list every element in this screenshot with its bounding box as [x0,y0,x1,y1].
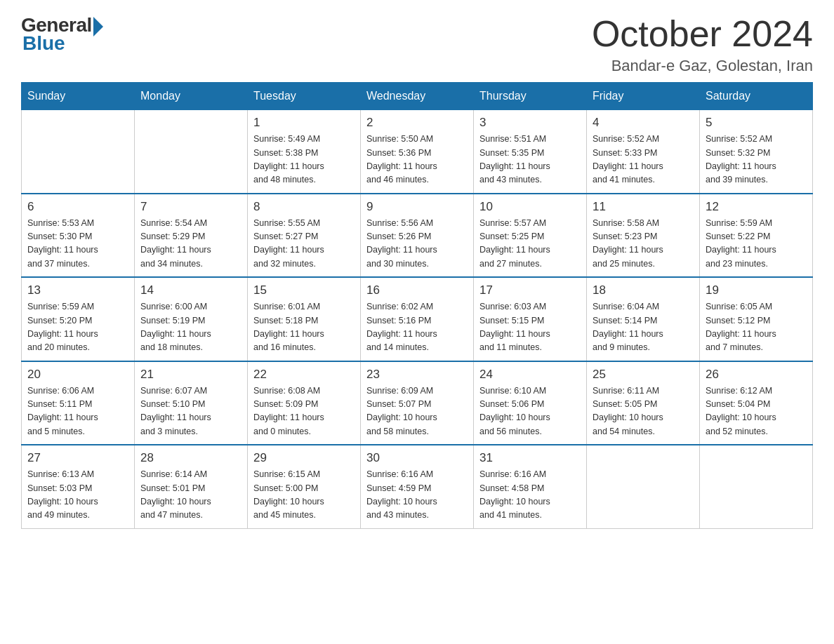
calendar-cell: 22Sunrise: 6:08 AMSunset: 5:09 PMDayligh… [248,361,361,445]
calendar-table: SundayMondayTuesdayWednesdayThursdayFrid… [21,82,813,529]
logo: General Blue [21,14,103,55]
calendar-cell: 3Sunrise: 5:51 AMSunset: 5:35 PMDaylight… [474,110,587,194]
weekday-header: Monday [135,83,248,110]
day-number: 20 [27,368,128,382]
calendar-week-row: 13Sunrise: 5:59 AMSunset: 5:20 PMDayligh… [22,277,813,361]
logo-arrow-icon [93,17,103,36]
calendar-cell: 20Sunrise: 6:06 AMSunset: 5:11 PMDayligh… [22,361,135,445]
day-info: Sunrise: 6:12 AMSunset: 5:04 PMDaylight:… [706,384,807,439]
day-info: Sunrise: 5:51 AMSunset: 5:35 PMDaylight:… [479,133,581,187]
day-info: Sunrise: 6:13 AMSunset: 5:03 PMDaylight:… [27,468,128,523]
day-number: 2 [366,116,468,130]
day-info: Sunrise: 5:58 AMSunset: 5:23 PMDaylight:… [593,217,694,271]
day-number: 19 [706,283,807,297]
calendar-cell: 23Sunrise: 6:09 AMSunset: 5:07 PMDayligh… [361,361,474,445]
weekday-header: Tuesday [248,83,361,110]
day-number: 7 [140,200,241,214]
day-number: 15 [253,283,355,297]
day-info: Sunrise: 6:09 AMSunset: 5:07 PMDaylight:… [366,384,468,439]
day-info: Sunrise: 6:07 AMSunset: 5:10 PMDaylight:… [140,384,241,439]
day-info: Sunrise: 6:08 AMSunset: 5:09 PMDaylight:… [253,384,355,439]
calendar-cell: 4Sunrise: 5:52 AMSunset: 5:33 PMDaylight… [587,110,700,194]
day-number: 21 [140,368,241,382]
calendar-cell: 29Sunrise: 6:15 AMSunset: 5:00 PMDayligh… [248,445,361,528]
day-info: Sunrise: 5:52 AMSunset: 5:32 PMDaylight:… [706,133,807,187]
day-number: 1 [253,116,355,130]
day-info: Sunrise: 6:01 AMSunset: 5:18 PMDaylight:… [253,300,355,355]
weekday-header: Wednesday [361,83,474,110]
day-info: Sunrise: 5:53 AMSunset: 5:30 PMDaylight:… [27,217,128,271]
calendar-cell: 19Sunrise: 6:05 AMSunset: 5:12 PMDayligh… [700,277,813,361]
day-info: Sunrise: 5:59 AMSunset: 5:20 PMDaylight:… [27,300,128,355]
day-number: 14 [140,283,241,297]
day-info: Sunrise: 6:05 AMSunset: 5:12 PMDaylight:… [706,300,807,355]
calendar-cell: 18Sunrise: 6:04 AMSunset: 5:14 PMDayligh… [587,277,700,361]
day-number: 5 [706,116,807,130]
day-number: 30 [366,451,468,465]
calendar-cell: 21Sunrise: 6:07 AMSunset: 5:10 PMDayligh… [135,361,248,445]
calendar-week-row: 27Sunrise: 6:13 AMSunset: 5:03 PMDayligh… [22,445,813,528]
day-info: Sunrise: 5:57 AMSunset: 5:25 PMDaylight:… [479,217,581,271]
calendar-cell: 14Sunrise: 6:00 AMSunset: 5:19 PMDayligh… [135,277,248,361]
weekday-header: Sunday [22,83,135,110]
day-number: 8 [253,200,355,214]
calendar-cell: 1Sunrise: 5:49 AMSunset: 5:38 PMDaylight… [248,110,361,194]
calendar-week-row: 6Sunrise: 5:53 AMSunset: 5:30 PMDaylight… [22,194,813,278]
calendar-cell: 31Sunrise: 6:16 AMSunset: 4:58 PMDayligh… [474,445,587,528]
day-number: 29 [253,451,355,465]
day-number: 10 [479,200,581,214]
day-info: Sunrise: 6:16 AMSunset: 4:58 PMDaylight:… [479,468,581,523]
day-info: Sunrise: 5:50 AMSunset: 5:36 PMDaylight:… [366,133,468,187]
calendar-cell [700,445,813,528]
calendar-week-row: 1Sunrise: 5:49 AMSunset: 5:38 PMDaylight… [22,110,813,194]
calendar-cell: 27Sunrise: 6:13 AMSunset: 5:03 PMDayligh… [22,445,135,528]
calendar-cell: 10Sunrise: 5:57 AMSunset: 5:25 PMDayligh… [474,194,587,278]
day-number: 31 [479,451,581,465]
day-number: 23 [366,368,468,382]
day-number: 26 [706,368,807,382]
day-number: 3 [479,116,581,130]
calendar-cell: 30Sunrise: 6:16 AMSunset: 4:59 PMDayligh… [361,445,474,528]
day-info: Sunrise: 5:56 AMSunset: 5:26 PMDaylight:… [366,217,468,271]
calendar-cell: 2Sunrise: 5:50 AMSunset: 5:36 PMDaylight… [361,110,474,194]
day-number: 25 [593,368,694,382]
weekday-header: Thursday [474,83,587,110]
calendar-cell: 5Sunrise: 5:52 AMSunset: 5:32 PMDaylight… [700,110,813,194]
calendar-cell [135,110,248,194]
day-number: 17 [479,283,581,297]
day-info: Sunrise: 5:59 AMSunset: 5:22 PMDaylight:… [706,217,807,271]
day-number: 24 [479,368,581,382]
day-info: Sunrise: 5:52 AMSunset: 5:33 PMDaylight:… [593,133,694,187]
day-number: 6 [27,200,128,214]
title-block: October 2024 Bandar-e Gaz, Golestan, Ira… [592,14,813,75]
day-info: Sunrise: 6:16 AMSunset: 4:59 PMDaylight:… [366,468,468,523]
calendar-cell [587,445,700,528]
day-info: Sunrise: 5:55 AMSunset: 5:27 PMDaylight:… [253,217,355,271]
calendar-cell [22,110,135,194]
weekday-header: Friday [587,83,700,110]
day-info: Sunrise: 6:06 AMSunset: 5:11 PMDaylight:… [27,384,128,439]
calendar-cell: 11Sunrise: 5:58 AMSunset: 5:23 PMDayligh… [587,194,700,278]
calendar-cell: 7Sunrise: 5:54 AMSunset: 5:29 PMDaylight… [135,194,248,278]
day-number: 28 [140,451,241,465]
calendar-cell: 17Sunrise: 6:03 AMSunset: 5:15 PMDayligh… [474,277,587,361]
calendar-week-row: 20Sunrise: 6:06 AMSunset: 5:11 PMDayligh… [22,361,813,445]
day-number: 9 [366,200,468,214]
calendar-cell: 13Sunrise: 5:59 AMSunset: 5:20 PMDayligh… [22,277,135,361]
calendar-cell: 28Sunrise: 6:14 AMSunset: 5:01 PMDayligh… [135,445,248,528]
calendar-cell: 8Sunrise: 5:55 AMSunset: 5:27 PMDaylight… [248,194,361,278]
weekday-header: Saturday [700,83,813,110]
day-number: 18 [593,283,694,297]
day-info: Sunrise: 6:03 AMSunset: 5:15 PMDaylight:… [479,300,581,355]
logo-blue-text: Blue [22,32,65,55]
day-info: Sunrise: 6:00 AMSunset: 5:19 PMDaylight:… [140,300,241,355]
location-title: Bandar-e Gaz, Golestan, Iran [592,57,813,75]
calendar-header-row: SundayMondayTuesdayWednesdayThursdayFrid… [22,83,813,110]
day-number: 27 [27,451,128,465]
calendar-cell: 9Sunrise: 5:56 AMSunset: 5:26 PMDaylight… [361,194,474,278]
day-info: Sunrise: 6:15 AMSunset: 5:00 PMDaylight:… [253,468,355,523]
day-info: Sunrise: 6:02 AMSunset: 5:16 PMDaylight:… [366,300,468,355]
calendar-cell: 12Sunrise: 5:59 AMSunset: 5:22 PMDayligh… [700,194,813,278]
calendar-cell: 16Sunrise: 6:02 AMSunset: 5:16 PMDayligh… [361,277,474,361]
day-info: Sunrise: 6:10 AMSunset: 5:06 PMDaylight:… [479,384,581,439]
